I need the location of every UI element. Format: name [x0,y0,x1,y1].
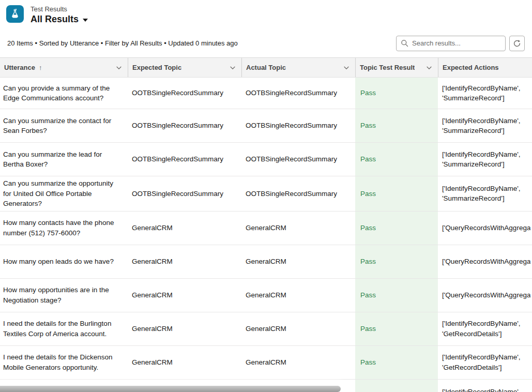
cell-text: OOTBSingleRecordSummary [246,120,337,131]
cell-text: ['IdentifyRecordByName', 'SummarizeRecor… [442,149,532,170]
expected-actions-cell: ['IdentifyRecordByName', 'SummarizeRecor… [438,109,532,142]
cell-text: GeneralCRM [246,357,286,368]
column-label: Expected Actions [443,64,499,71]
topic-test-result-cell: Pass [355,312,438,345]
cell-text: I need the details for the Dickenson Mob… [3,352,116,372]
horizontal-scrollbar-thumb[interactable] [0,386,341,392]
expected-topic-cell: OOTBSingleRecordSummary [128,109,241,142]
topic-test-result-cell: Pass [355,279,438,312]
utterance-cell: How many open leads do we have? [0,245,128,278]
search-icon [401,39,408,47]
table-row: I need the details for the Dickenson Mob… [0,346,532,380]
search-input[interactable] [412,39,501,47]
utterance-cell: Can you summarize the lead for Bertha Bo… [0,143,128,176]
cell-text: GeneralCRM [132,223,173,233]
column-label: Topic Test Result [360,64,415,71]
cell-text: ['IdentifyRecordByName', 'SummarizeRecor… [442,116,532,136]
pass-badge-text: Pass [360,324,376,334]
utterance-cell: Can you summarize the opportunity for Un… [0,176,128,211]
column-header-topic-test-result[interactable]: Topic Test Result [355,58,438,77]
pass-badge-text: Pass [360,88,376,98]
column-header-actual-topic[interactable]: Actual Topic [241,58,355,77]
cell-text: ['IdentifyRecordByName', [442,387,520,392]
cell-text: OOTBSingleRecordSummary [132,189,223,199]
list-summary: 20 Items • Sorted by Utterance • Filter … [7,39,238,47]
utterance-cell: Can you provide a summary of the Edge Co… [0,78,128,109]
expected-actions-cell: ['QueryRecordsWithAggrega [438,245,532,278]
expected-topic-cell: GeneralCRM [128,279,241,312]
table-header: Utterance↑Expected TopicActual TopicTopi… [0,57,532,78]
actual-topic-cell: OOTBSingleRecordSummary [241,78,355,109]
cell-text: I need the details for the Burlington Te… [3,319,116,339]
cell-text: GeneralCRM [246,324,286,334]
list-view-selector[interactable]: All Results [31,14,88,24]
object-titles: Test Results All Results [31,5,88,24]
expected-actions-cell: ['IdentifyRecordByName', [438,380,532,392]
actual-topic-cell: GeneralCRM [241,212,355,245]
list-toolbar: 20 Items • Sorted by Utterance • Filter … [0,29,532,57]
topic-test-result-cell: Pass [355,245,438,278]
refresh-icon [513,39,521,48]
topic-test-result-cell: Pass [355,78,438,109]
expected-topic-cell: GeneralCRM [128,312,241,345]
column-label: Utterance [4,64,35,71]
actual-topic-cell: GeneralCRM [241,245,355,278]
topic-test-result-cell: Pass [355,109,438,142]
cell-text: ['IdentifyRecordByName', 'SummarizeRecor… [442,83,532,103]
pass-badge-text: Pass [360,120,376,131]
table-body: Can you provide a summary of the Edge Co… [0,78,532,392]
cell-text: OOTBSingleRecordSummary [246,189,337,199]
cell-text: How many contacts have the phone number … [3,218,116,238]
actual-topic-cell: OOTBSingleRecordSummary [241,176,355,211]
cell-text: ['QueryRecordsWithAggrega [442,257,530,267]
cell-text: GeneralCRM [246,290,286,300]
topic-test-result-cell: Pass [355,346,438,379]
utterance-cell: Can you summarize the contact for Sean F… [0,109,128,142]
topic-test-result-cell [355,380,438,392]
chevron-down-icon[interactable] [425,64,433,71]
cell-text: ['IdentifyRecordByName', 'SummarizeRecor… [442,184,532,204]
caret-down-icon [83,19,88,22]
cell-text: OOTBSingleRecordSummary [132,88,223,98]
table-row: Can you summarize the contact for Sean F… [0,109,532,143]
cell-text: OOTBSingleRecordSummary [246,88,337,98]
table-row: Can you summarize the lead for Bertha Bo… [0,143,532,176]
topic-test-result-cell: Pass [355,143,438,176]
table-row: How many contacts have the phone number … [0,212,532,245]
expected-topic-cell: GeneralCRM [128,346,241,379]
cell-text: Can you provide a summary of the Edge Co… [3,83,116,103]
column-header-expected-topic[interactable]: Expected Topic [128,58,241,77]
column-header-expected-actions[interactable]: Expected Actions [438,58,532,77]
pass-badge-text: Pass [360,189,376,199]
expected-topic-cell: GeneralCRM [128,212,241,245]
cell-text: ['IdentifyRecordByName', 'GetRecordDetai… [442,319,532,339]
expected-actions-cell: ['IdentifyRecordByName', 'SummarizeRecor… [438,143,532,176]
column-header-utterance[interactable]: Utterance↑ [0,58,128,77]
cell-text: OOTBSingleRecordSummary [246,154,337,164]
refresh-button[interactable] [509,36,525,51]
chevron-down-icon[interactable] [343,64,350,71]
cell-text: OOTBSingleRecordSummary [132,154,223,164]
expected-actions-cell: ['IdentifyRecordByName', 'SummarizeRecor… [438,176,532,211]
expected-actions-cell: ['IdentifyRecordByName', 'GetRecordDetai… [438,312,532,345]
cell-text: ['QueryRecordsWithAggrega [442,223,530,233]
actual-topic-cell: OOTBSingleRecordSummary [241,109,355,142]
pass-badge-text: Pass [360,357,376,368]
pass-badge-text: Pass [360,223,376,233]
column-label: Expected Topic [132,64,181,71]
cell-text: GeneralCRM [132,290,173,300]
expected-topic-cell: OOTBSingleRecordSummary [128,176,241,211]
actual-topic-cell: GeneralCRM [241,279,355,312]
cell-text: How many open leads do we have? [3,257,114,267]
utterance-cell: I need the details for the Burlington Te… [0,312,128,345]
chevron-down-icon[interactable] [115,64,123,71]
chevron-down-icon[interactable] [229,64,236,71]
expected-topic-cell: OOTBSingleRecordSummary [128,78,241,109]
actual-topic-cell: GeneralCRM [241,346,355,379]
cell-text: GeneralCRM [246,223,286,233]
cell-text: GeneralCRM [132,357,173,368]
actual-topic-cell: GeneralCRM [241,312,355,345]
table-row: I need the details for the Burlington Te… [0,312,532,346]
column-label: Actual Topic [246,64,286,71]
cell-text: Can you summarize the opportunity for Un… [3,178,116,209]
